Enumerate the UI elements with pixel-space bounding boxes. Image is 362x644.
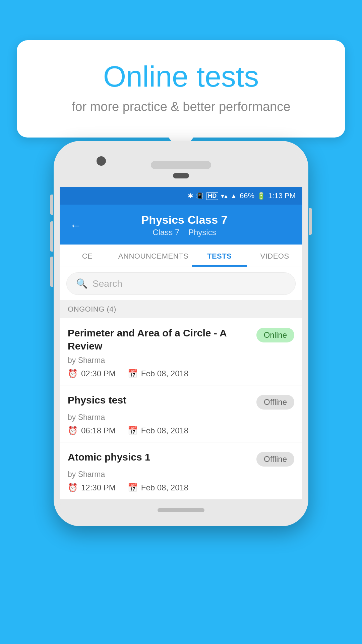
- test-title: Atomic physics 1: [68, 450, 250, 464]
- date-meta: 📅 Feb 08, 2018: [128, 483, 188, 492]
- calendar-icon: 📅: [128, 483, 138, 492]
- test-author: by Sharma: [68, 470, 294, 479]
- page-title: Physics Class 7: [88, 213, 280, 226]
- status-time: 1:13 PM: [268, 192, 296, 200]
- clock-icon: ⏰: [68, 483, 78, 492]
- status-icons: ✱ 📳 HD ▾▴ ▲ 66% 🔋 1:13 PM: [188, 192, 296, 200]
- test-title: Physics test: [68, 393, 250, 407]
- test-date: Feb 08, 2018: [141, 483, 188, 492]
- time-meta: ⏰ 06:18 PM: [68, 426, 116, 435]
- signal-icon: ▲: [230, 192, 237, 200]
- tab-ce[interactable]: CE: [60, 245, 115, 267]
- back-button[interactable]: ←: [70, 219, 82, 231]
- test-time: 12:30 PM: [81, 483, 116, 492]
- test-meta: ⏰ 02:30 PM 📅 Feb 08, 2018: [68, 369, 294, 378]
- ongoing-section-header: ONGOING (4): [60, 300, 302, 318]
- search-container: 🔍 Search: [60, 267, 302, 300]
- wifi-icon: ▾▴: [221, 192, 228, 200]
- page-subtitle: Class 7 Physics: [88, 228, 280, 237]
- search-bar[interactable]: 🔍 Search: [66, 272, 296, 295]
- test-item[interactable]: Perimeter and Area of a Circle - A Revie…: [60, 318, 302, 385]
- bubble-title: Online tests: [44, 60, 318, 93]
- search-icon: 🔍: [76, 278, 88, 289]
- test-author: by Sharma: [68, 356, 294, 365]
- test-list: Perimeter and Area of a Circle - A Revie…: [60, 318, 302, 499]
- volume-down-button: [50, 257, 53, 287]
- time-meta: ⏰ 12:30 PM: [68, 483, 116, 492]
- date-meta: 📅 Feb 08, 2018: [128, 369, 188, 378]
- power-button: [309, 208, 312, 235]
- app-header: ← Physics Class 7 Class 7 Physics: [60, 205, 302, 245]
- search-placeholder: Search: [93, 278, 122, 289]
- bubble-subtitle: for more practice & better performance: [44, 100, 318, 114]
- speech-bubble-card: Online tests for more practice & better …: [17, 40, 345, 138]
- clock-icon: ⏰: [68, 369, 78, 378]
- tabs-bar: CE ANNOUNCEMENTS TESTS VIDEOS: [60, 245, 302, 267]
- vibrate-icon: 📳: [196, 192, 203, 200]
- test-time: 02:30 PM: [81, 369, 116, 378]
- ongoing-label: ONGOING (4): [68, 305, 116, 313]
- battery-icon: 🔋: [257, 192, 265, 200]
- tab-announcements[interactable]: ANNOUNCEMENTS: [115, 245, 192, 267]
- tab-videos[interactable]: VIDEOS: [247, 245, 302, 267]
- battery-percent: 66%: [240, 192, 254, 200]
- volume-up-button: [50, 221, 53, 252]
- test-meta: ⏰ 12:30 PM 📅 Feb 08, 2018: [68, 483, 294, 492]
- test-item[interactable]: Physics test Offline by Sharma ⏰ 06:18 P…: [60, 385, 302, 442]
- hd-badge: HD: [206, 192, 218, 200]
- bluetooth-icon: ✱: [188, 192, 193, 200]
- phone-outer-shell: ✱ 📳 HD ▾▴ ▲ 66% 🔋 1:13 PM: [54, 141, 308, 526]
- test-title: Perimeter and Area of a Circle - A Revie…: [68, 326, 250, 353]
- test-date: Feb 08, 2018: [141, 369, 188, 378]
- test-item[interactable]: Atomic physics 1 Offline by Sharma ⏰ 12:…: [60, 442, 302, 499]
- test-time: 06:18 PM: [81, 426, 116, 435]
- earpiece-speaker: [151, 161, 211, 169]
- phone-mockup: ✱ 📳 HD ▾▴ ▲ 66% 🔋 1:13 PM: [54, 141, 308, 526]
- tab-tests[interactable]: TESTS: [192, 245, 247, 267]
- home-button-top: [173, 173, 189, 178]
- date-meta: 📅 Feb 08, 2018: [128, 426, 188, 435]
- phone-screen: ✱ 📳 HD ▾▴ ▲ 66% 🔋 1:13 PM: [60, 187, 302, 499]
- time-meta: ⏰ 02:30 PM: [68, 369, 116, 378]
- calendar-icon: 📅: [128, 369, 138, 378]
- header-title-block: Physics Class 7 Class 7 Physics: [88, 213, 280, 237]
- mute-button: [50, 195, 53, 215]
- status-badge: Offline: [256, 452, 294, 467]
- status-bar: ✱ 📳 HD ▾▴ ▲ 66% 🔋 1:13 PM: [60, 187, 302, 205]
- status-badge: Offline: [256, 395, 294, 410]
- calendar-icon: 📅: [128, 426, 138, 435]
- front-camera: [97, 156, 106, 166]
- test-date: Feb 08, 2018: [141, 426, 188, 435]
- status-badge: Online: [256, 328, 294, 342]
- clock-icon: ⏰: [68, 426, 78, 435]
- test-author: by Sharma: [68, 413, 294, 422]
- test-meta: ⏰ 06:18 PM 📅 Feb 08, 2018: [68, 426, 294, 435]
